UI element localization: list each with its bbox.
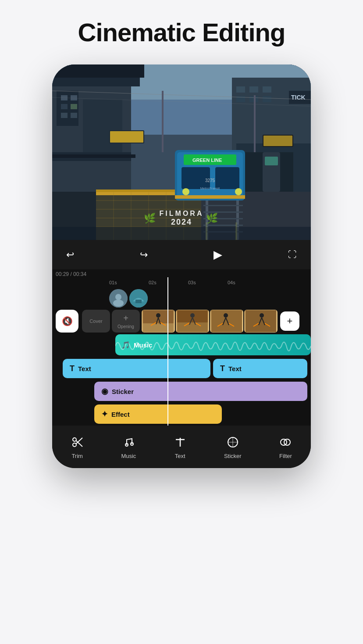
cover-track[interactable]: Cover <box>82 310 110 333</box>
music-label: Music <box>134 341 153 349</box>
trim-label: Trim <box>71 453 83 459</box>
svg-rect-80 <box>143 323 174 332</box>
thumbnail-row <box>52 287 311 310</box>
sticker-track-row: ◉ Sticker <box>56 380 311 403</box>
text-tool-label: Text <box>175 453 185 459</box>
text-track-1-label: Text <box>78 365 91 372</box>
text-tracks-row: T Text T Text <box>56 357 311 380</box>
watermark-brand: FILMORA <box>160 210 204 218</box>
watermark-year: 2024 <box>160 218 204 227</box>
fullscreen-button[interactable]: ⛶ <box>285 248 300 261</box>
text-track-2-icon: T <box>220 364 225 373</box>
trim-icon <box>71 436 83 450</box>
undo-button[interactable]: ↩ <box>63 247 78 262</box>
time-mark-4: 04s <box>228 280 267 285</box>
svg-point-100 <box>260 313 264 318</box>
video-clip-2[interactable] <box>176 310 209 333</box>
svg-point-76 <box>113 300 124 307</box>
cover-label: Cover <box>89 318 102 324</box>
svg-point-88 <box>190 313 195 318</box>
opening-plus-icon: + <box>123 313 128 323</box>
toolbar-text[interactable]: Text <box>174 436 186 459</box>
sticker-track[interactable]: ◉ Sticker <box>94 382 307 401</box>
svg-point-81 <box>156 313 160 318</box>
opening-label: Opening <box>117 324 134 329</box>
time-current: 00:29 <box>56 271 69 277</box>
watermark-laurel: 🌿 FILMORA 2024 🌿 <box>144 210 220 227</box>
timeline-area: 00:29 / 00:34 01s 02s 03s 04s <box>52 269 311 426</box>
controls-bar: ↩ ↪ ▶ ⛶ <box>52 240 311 269</box>
time-indicator: 00:29 / 00:34 <box>52 269 311 277</box>
effect-track[interactable]: ✦ Effect <box>94 404 222 424</box>
toolbar-music[interactable]: Music <box>121 436 136 459</box>
svg-rect-78 <box>135 300 142 303</box>
video-preview: TICK <box>52 64 311 240</box>
svg-point-75 <box>115 294 121 300</box>
sticker-label: Sticker <box>112 388 134 395</box>
music-note-icon: 🎵 <box>121 341 130 349</box>
text-track-1-icon: T <box>70 364 75 373</box>
music-icon <box>122 436 135 450</box>
svg-point-94 <box>224 313 228 318</box>
text-track-2-label: Text <box>228 365 242 372</box>
sticker-tool-icon <box>227 436 239 450</box>
thumb-circle-2 <box>129 289 148 308</box>
video-clip-4[interactable] <box>244 310 278 333</box>
time-ruler: 01s 02s 03s 04s <box>52 277 311 287</box>
music-track-row: 🎵 Music <box>52 334 311 355</box>
opening-track[interactable]: + Opening <box>112 310 140 333</box>
effect-icon: ✦ <box>101 409 108 419</box>
effect-label: Effect <box>111 411 130 418</box>
page-title: Cinematic Editing <box>78 18 285 47</box>
time-total: 00:34 <box>73 271 86 277</box>
video-clip-3[interactable] <box>210 310 243 333</box>
text-track-1[interactable]: T Text <box>63 359 210 378</box>
watermark: 🌿 FILMORA 2024 🌿 <box>144 210 220 227</box>
time-mark-2: 02s <box>149 280 188 285</box>
bottom-toolbar: Trim Music <box>52 429 311 468</box>
effect-track-row: ✦ Effect <box>56 403 311 426</box>
redo-button[interactable]: ↪ <box>136 247 151 262</box>
time-mark-3: 03s <box>188 280 228 285</box>
mute-button[interactable]: 🔇 <box>56 310 78 333</box>
toolbar-trim[interactable]: Trim <box>71 436 83 459</box>
timeline-relative: 01s 02s 03s 04s <box>52 277 311 426</box>
video-track-row: 🔇 Cover + Opening <box>52 310 311 333</box>
filter-icon <box>279 436 292 450</box>
music-tool-label: Music <box>121 453 136 459</box>
sticker-tool-label: Sticker <box>224 453 242 459</box>
toolbar-filter[interactable]: Filter <box>279 436 292 459</box>
text-tool-icon <box>174 436 186 450</box>
music-track[interactable]: 🎵 Music <box>115 334 311 355</box>
add-clip-button[interactable]: + <box>280 311 299 331</box>
video-clip-1[interactable] <box>142 310 175 333</box>
text-track-2[interactable]: T Text <box>213 359 307 378</box>
play-button[interactable]: ▶ <box>210 246 226 263</box>
thumb-circle-1 <box>109 289 128 308</box>
toolbar-sticker[interactable]: Sticker <box>224 436 242 459</box>
phone-frame: TICK <box>52 64 311 468</box>
filter-label: Filter <box>279 453 292 459</box>
sticker-icon: ◉ <box>101 386 108 396</box>
svg-rect-87 <box>177 322 208 332</box>
page-wrapper: Cinematic Editing <box>0 0 363 644</box>
video-clips-track: + <box>142 310 311 333</box>
time-mark-1: 01s <box>109 280 149 285</box>
